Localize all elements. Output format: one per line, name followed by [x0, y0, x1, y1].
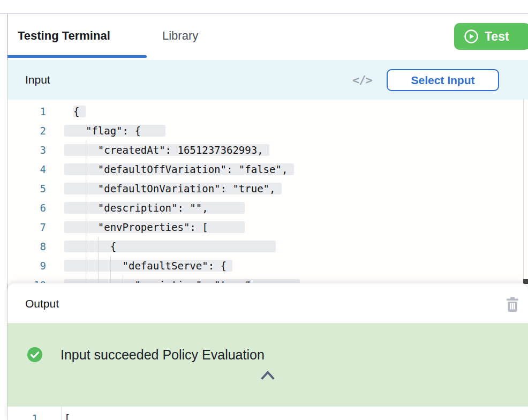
selection-highlight: { [64, 241, 276, 252]
code-text: "createdAt": 1651237362993, [73, 140, 269, 160]
selection-highlight: "defaultOnVariation": "true", [64, 183, 282, 194]
status-message: Input succeeded Policy Evaluation [61, 347, 265, 363]
code-text: "description": "", [73, 198, 245, 218]
selection-highlight: "envProperties": [ [64, 221, 245, 233]
line-number: 8 [7, 237, 46, 256]
selection-highlight: "description": "", [64, 202, 245, 214]
code-text: "envProperties": [ [73, 218, 245, 237]
line-number: 7 [7, 218, 46, 237]
output-panel-title: Output [25, 297, 59, 310]
line-number: 1 [7, 102, 46, 121]
selection-highlight: "createdAt": 1651237362993, [64, 144, 269, 156]
code-text: "defaultOnVariation": "true", [73, 179, 282, 198]
code-text: { [73, 102, 86, 121]
code-line[interactable]: 2 "flag": { [7, 121, 528, 140]
output-panel: Output Input succeeded Policy Evaluation [7, 283, 528, 420]
line-number: 4 [7, 160, 46, 179]
line-number: 9 [7, 256, 46, 275]
tab-testing-terminal[interactable]: Testing Terminal [18, 29, 110, 43]
trash-icon[interactable] [504, 296, 521, 313]
line-number: 3 [7, 140, 46, 160]
line-number: 5 [7, 179, 46, 198]
chevron-up-icon[interactable] [260, 370, 275, 382]
selection-highlight: { [73, 106, 86, 117]
code-text: "flag": { [73, 121, 165, 140]
selection-highlight: "defaultServe": { [64, 260, 232, 272]
output-gutter-divider [61, 407, 62, 420]
output-code-editor[interactable]: 1[ [7, 407, 528, 420]
indent-guide [123, 275, 123, 283]
selection-highlight: "flag": { [64, 125, 165, 137]
check-circle-icon [27, 347, 43, 363]
indent-guide [110, 256, 111, 283]
editor-scrollbar-track[interactable] [523, 100, 524, 284]
active-tab-underline [7, 55, 147, 58]
code-text: [ [64, 409, 70, 420]
code-text: { [73, 237, 276, 256]
indent-guide [98, 237, 99, 283]
indent-guide [86, 140, 86, 283]
tab-library[interactable]: Library [162, 29, 198, 43]
status-row: Input succeeded Policy Evaluation [27, 347, 265, 363]
select-input-button[interactable]: Select Input [387, 69, 499, 91]
code-line[interactable]: 1{ [7, 102, 528, 121]
code-text: "defaultOffVariation": "false", [73, 160, 294, 179]
test-button-label: Test [485, 29, 509, 44]
input-panel-title: Input [25, 73, 50, 86]
code-view-icon[interactable]: </> [352, 73, 374, 87]
code-text: "defaultServe": { [73, 256, 232, 275]
selection-highlight: "defaultOffVariation": "false", [64, 163, 294, 175]
line-number: 2 [7, 121, 46, 140]
top-divider [0, 13, 528, 14]
line-number: 1 [7, 409, 38, 420]
input-panel-header: Input </> Select Input [7, 60, 528, 100]
test-button[interactable]: Test [454, 23, 528, 50]
code-line[interactable]: 1[ [7, 409, 528, 420]
line-number: 6 [7, 198, 46, 218]
play-circle-icon [464, 29, 479, 44]
success-banner: Input succeeded Policy Evaluation [7, 323, 528, 407]
